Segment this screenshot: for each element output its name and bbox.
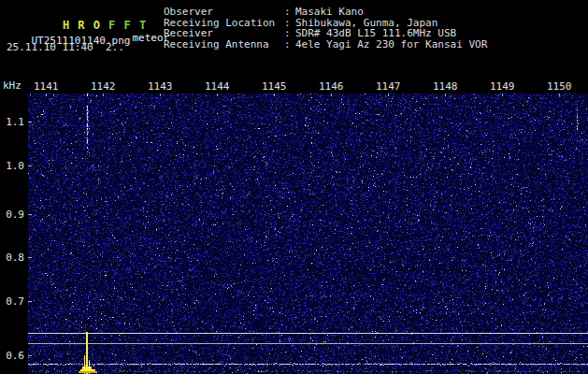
x-tick-label: 1150 [547, 80, 572, 93]
x-tick-label: 1143 [148, 80, 173, 93]
x-tick-label: 1142 [91, 80, 116, 93]
x-tick-label: 1141 [34, 80, 59, 93]
info-row-observer: Observer:Masaki Kano [164, 7, 487, 18]
info-value: SDR# 43dB L15 111.6MHz USB [295, 28, 456, 39]
y-axis-unit: kHz [3, 79, 22, 92]
x-tick-label: 1149 [490, 80, 515, 93]
y-axis-tick-mark [28, 257, 32, 258]
x-axis-tick-mark [103, 94, 104, 96]
x-axis-tick-mark [160, 94, 161, 96]
info-label: Receiver [164, 28, 284, 39]
y-tick-label: 0.6 [0, 350, 24, 362]
x-axis-tick-mark [217, 94, 218, 96]
info-label: Observer [164, 7, 284, 18]
x-axis-tick-mark [274, 94, 275, 96]
info-row-receiver: Receiver:SDR# 43dB L15 111.6MHz USB [164, 28, 487, 39]
info-value: 4ele Yagi Az 230 for Kansai VOR [295, 39, 487, 50]
info-colon: : [284, 28, 295, 39]
x-tick-label: 1146 [319, 80, 344, 93]
hrofft-output-screen: H R OF F T UT2511101140.pngmeteor 25.11.… [0, 0, 588, 374]
y-axis-tick-mark [28, 214, 32, 215]
y-axis-tick-mark [28, 355, 32, 356]
y-tick-label: 1.1 [0, 116, 24, 128]
x-axis-tick-mark [502, 94, 503, 96]
info-value: Masaki Kano [295, 7, 364, 18]
info-row-antenna: Receiving Antenna:4ele Yagi Az 230 for K… [164, 39, 487, 50]
y-axis-tick-mark [28, 122, 32, 122]
y-tick-label: 0.7 [0, 295, 24, 308]
x-axis-tick-mark [46, 94, 47, 96]
y-tick-label: 1.0 [0, 160, 24, 172]
observation-info: Observer:Masaki Kano Receiving Location:… [164, 7, 487, 50]
x-tick-label: 1144 [205, 80, 230, 93]
x-axis-tick-mark [445, 94, 446, 96]
spectrogram-canvas [28, 94, 588, 374]
datetime-label: 25.11.10 11:40 2.. [7, 41, 124, 53]
x-axis-tick-mark [559, 94, 560, 96]
info-label: Receiving Antenna [164, 39, 284, 50]
x-tick-label: 1148 [433, 80, 458, 93]
y-axis-tick-mark [28, 165, 32, 166]
x-axis-tick-mark [331, 94, 332, 96]
y-tick-label: 0.9 [0, 209, 24, 221]
info-colon: : [284, 39, 295, 50]
x-tick-label: 1147 [376, 80, 401, 93]
y-tick-label: 0.8 [0, 252, 24, 264]
info-colon: : [284, 7, 295, 18]
x-axis-tick-mark [388, 94, 389, 96]
x-tick-label: 1145 [262, 80, 287, 93]
y-axis-tick-mark [28, 301, 32, 302]
